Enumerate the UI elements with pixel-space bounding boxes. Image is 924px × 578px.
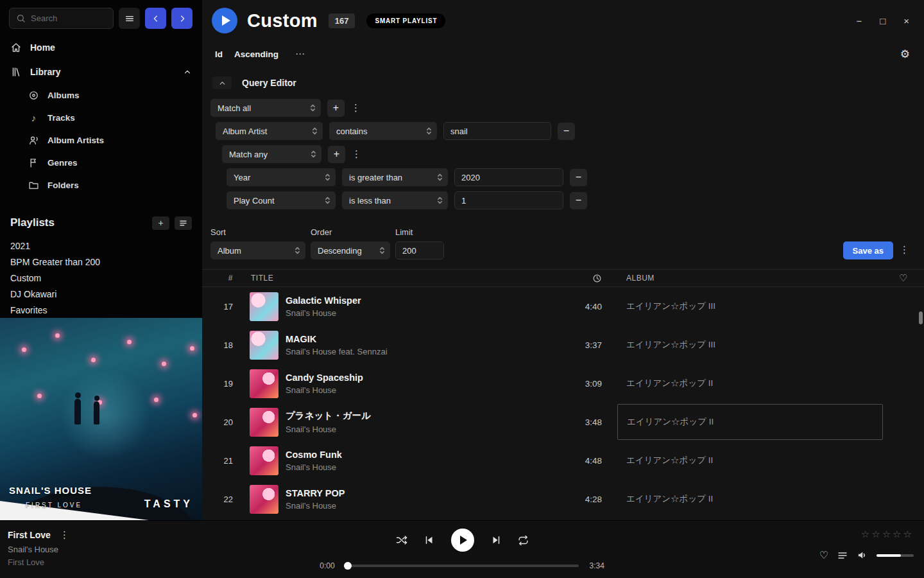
- nav-back-button[interactable]: [145, 8, 166, 29]
- now-playing-options-button[interactable]: ⋮: [60, 529, 69, 541]
- collapse-query-editor-button[interactable]: [212, 76, 232, 89]
- track-album[interactable]: エイリアン☆ポップ II: [617, 480, 883, 518]
- search-input[interactable]: [31, 13, 107, 23]
- track-album-focused-cell[interactable]: エイリアン☆ポップ II: [617, 404, 883, 440]
- minimize-button[interactable]: −: [856, 16, 862, 26]
- sort-field-button[interactable]: Id: [215, 49, 223, 59]
- track-album[interactable]: エイリアン☆ポップ III: [617, 287, 883, 326]
- track-album[interactable]: エイリアン☆ポップ III: [617, 326, 883, 364]
- track-artist[interactable]: Snail's House: [286, 425, 557, 434]
- match-type-select[interactable]: Match any: [222, 145, 321, 163]
- table-row[interactable]: 22 STARRY POP Snail's House 4:28 エイリアン☆ポ…: [202, 480, 924, 518]
- folder-icon: [28, 180, 39, 191]
- playlist-item-bpm[interactable]: BPM Greater than 200: [0, 254, 202, 270]
- rule-operator-select[interactable]: is less than: [342, 191, 448, 209]
- star-icon-4[interactable]: ☆: [893, 529, 903, 539]
- duration-clock-icon[interactable]: [592, 274, 602, 283]
- rating-stars[interactable]: ☆☆☆☆☆: [819, 529, 914, 540]
- track-album[interactable]: エイリアン☆ポップ II: [617, 441, 883, 480]
- more-options-button[interactable]: ⋯: [295, 48, 305, 60]
- rule-operator-select[interactable]: contains: [329, 122, 437, 140]
- queue-button[interactable]: [837, 550, 848, 561]
- table-row[interactable]: 18 MAGIK Snail's House feat. Sennzai 3:3…: [202, 326, 924, 364]
- search-box[interactable]: [9, 8, 114, 29]
- limit-input[interactable]: [395, 241, 444, 259]
- maximize-button[interactable]: □: [880, 16, 886, 26]
- volume-slider[interactable]: [877, 554, 914, 557]
- favorite-heart-icon[interactable]: ♡: [899, 272, 908, 284]
- sidebar-item-album-artists[interactable]: Album Artists: [0, 129, 202, 152]
- rule-operator-select[interactable]: is greater than: [342, 168, 448, 186]
- shuffle-button[interactable]: [396, 534, 407, 546]
- remove-rule-button[interactable]: −: [570, 169, 587, 186]
- column-album[interactable]: ALBUM: [617, 274, 883, 283]
- track-artist[interactable]: Snail's House feat. Sennzai: [286, 347, 557, 356]
- add-rule-button[interactable]: +: [328, 146, 345, 163]
- seek-slider-knob[interactable]: [344, 562, 352, 570]
- playlist-item-favorites[interactable]: Favorites: [0, 302, 202, 318]
- sort-direction-button[interactable]: Ascending: [234, 49, 278, 59]
- rule-value-input[interactable]: [454, 191, 563, 209]
- now-playing-title[interactable]: First Love: [8, 530, 51, 540]
- play-pause-button[interactable]: [451, 529, 474, 552]
- track-artist[interactable]: Snail's House: [286, 501, 557, 511]
- star-icon-5[interactable]: ☆: [903, 529, 914, 539]
- table-row[interactable]: 17 Galactic Whisper Snail's House 4:40 エ…: [202, 287, 924, 326]
- track-album[interactable]: エイリアン☆ポップ II: [617, 364, 883, 403]
- settings-gear-button[interactable]: ⚙: [900, 48, 910, 61]
- now-playing-cover-art[interactable]: SNAIL'S HOUSE FIRST LOVE TASTY: [0, 318, 202, 520]
- star-icon-2[interactable]: ☆: [871, 529, 882, 539]
- star-icon-1[interactable]: ☆: [861, 529, 871, 539]
- track-artist[interactable]: Snail's House: [286, 385, 557, 395]
- rule-field-select[interactable]: Year: [227, 168, 336, 186]
- rule-field-select[interactable]: Play Count: [227, 191, 336, 209]
- group-options-button[interactable]: ⋮: [351, 102, 360, 114]
- playlist-item-2021[interactable]: 2021: [0, 238, 202, 254]
- seek-slider[interactable]: [345, 565, 579, 567]
- repeat-button[interactable]: [518, 535, 529, 546]
- order-select[interactable]: Descending: [311, 241, 390, 259]
- playlist-header: Custom 167 SMART PLAYLIST − □ ×: [202, 0, 924, 41]
- play-playlist-button[interactable]: [212, 8, 237, 33]
- group-options-button[interactable]: ⋮: [352, 148, 361, 160]
- chevron-up-icon[interactable]: [183, 67, 192, 76]
- star-icon-3[interactable]: ☆: [882, 529, 893, 539]
- track-artist[interactable]: Snail's House: [286, 308, 557, 318]
- nav-forward-button[interactable]: [171, 8, 193, 29]
- table-row[interactable]: 19 Candy Spaceship Snail's House 3:09 エイ…: [202, 364, 924, 403]
- rule-value-input[interactable]: [454, 168, 563, 186]
- sidebar-item-albums[interactable]: Albums: [0, 84, 202, 107]
- sidebar-item-folders[interactable]: Folders: [0, 174, 202, 197]
- table-row[interactable]: 20 プラネット・ガール Snail's House 3:48 エイリアン☆ポッ…: [202, 403, 924, 441]
- remove-rule-button[interactable]: −: [570, 192, 587, 209]
- menu-button[interactable]: [119, 8, 140, 29]
- playlist-item-custom[interactable]: Custom: [0, 270, 202, 286]
- volume-button[interactable]: [857, 550, 868, 561]
- column-title[interactable]: TITLE: [238, 274, 557, 283]
- add-rule-button[interactable]: +: [327, 100, 345, 117]
- table-row[interactable]: 21 Cosmo Funk Snail's House 4:48 エイリアン☆ポ…: [202, 441, 924, 480]
- column-index[interactable]: #: [202, 274, 238, 283]
- now-playing-album[interactable]: First Love: [8, 557, 69, 567]
- sidebar-item-genres[interactable]: Genres: [0, 152, 202, 174]
- track-artist[interactable]: Snail's House: [286, 462, 557, 472]
- now-playing-artist[interactable]: Snail's House: [8, 545, 69, 554]
- sidebar-item-library[interactable]: Library: [0, 60, 202, 84]
- rule-value-input[interactable]: [443, 122, 551, 140]
- next-track-button[interactable]: [490, 534, 502, 546]
- scrollbar-thumb[interactable]: [919, 311, 923, 324]
- save-options-button[interactable]: ⋮: [900, 244, 909, 256]
- previous-track-button[interactable]: [424, 534, 435, 546]
- sort-select[interactable]: Album: [210, 241, 305, 259]
- remove-rule-button[interactable]: −: [558, 123, 575, 140]
- add-playlist-button[interactable]: +: [152, 216, 169, 230]
- favorite-heart-button[interactable]: ♡: [819, 550, 828, 561]
- playlist-item-dj-okawari[interactable]: DJ Okawari: [0, 286, 202, 302]
- close-button[interactable]: ×: [903, 16, 909, 26]
- save-as-button[interactable]: Save as: [843, 241, 893, 259]
- sidebar-item-home[interactable]: Home: [0, 35, 202, 60]
- playlist-list-button[interactable]: [175, 216, 192, 230]
- match-type-select[interactable]: Match all: [210, 99, 321, 117]
- sidebar-item-tracks[interactable]: ♪ Tracks: [0, 107, 202, 129]
- rule-field-select[interactable]: Album Artist: [216, 122, 323, 140]
